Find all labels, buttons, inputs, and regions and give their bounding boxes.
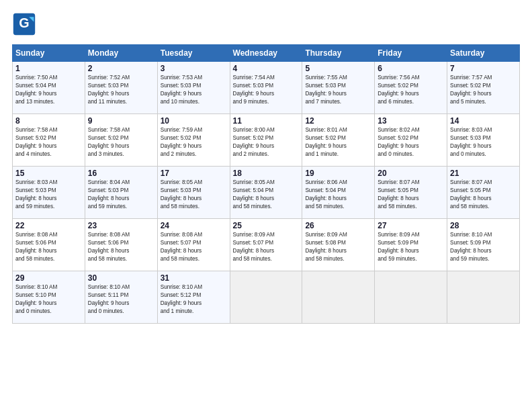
day-number: 21: [450, 169, 517, 178]
column-header-wednesday: Wednesday: [230, 45, 302, 62]
logo: G: [12, 12, 39, 36]
day-info: Sunrise: 8:08 AMSunset: 5:07 PMDaylight:…: [161, 231, 227, 263]
calendar-cell: 17Sunrise: 8:05 AMSunset: 5:03 PMDayligh…: [157, 167, 230, 219]
calendar-cell: 25Sunrise: 8:09 AMSunset: 5:07 PMDayligh…: [230, 219, 302, 271]
calendar-cell: 28Sunrise: 8:10 AMSunset: 5:09 PMDayligh…: [447, 219, 520, 271]
calendar-cell: 2Sunrise: 7:52 AMSunset: 5:03 PMDaylight…: [85, 62, 157, 114]
day-number: 18: [233, 169, 300, 178]
day-info: Sunrise: 8:00 AMSunset: 5:02 PMDaylight:…: [233, 126, 300, 158]
day-number: 9: [88, 116, 154, 126]
day-number: 13: [378, 116, 444, 126]
day-number: 14: [450, 116, 517, 126]
header: G: [12, 12, 520, 36]
day-info: Sunrise: 8:08 AMSunset: 5:06 PMDaylight:…: [15, 231, 82, 263]
day-number: 5: [305, 64, 371, 73]
calendar-cell: [447, 271, 520, 324]
calendar-cell: 16Sunrise: 8:04 AMSunset: 5:03 PMDayligh…: [85, 167, 157, 219]
day-info: Sunrise: 7:59 AMSunset: 5:02 PMDaylight:…: [161, 126, 227, 158]
day-number: 11: [233, 116, 300, 126]
day-info: Sunrise: 7:52 AMSunset: 5:03 PMDaylight:…: [88, 74, 154, 106]
day-info: Sunrise: 7:50 AMSunset: 5:04 PMDaylight:…: [15, 74, 82, 106]
calendar-cell: [230, 271, 302, 324]
calendar-cell: 8Sunrise: 7:58 AMSunset: 5:02 PMDaylight…: [13, 114, 85, 167]
calendar-cell: 24Sunrise: 8:08 AMSunset: 5:07 PMDayligh…: [157, 219, 230, 271]
logo-icon: G: [12, 12, 36, 36]
day-number: 7: [450, 64, 517, 73]
calendar-cell: 23Sunrise: 8:08 AMSunset: 5:06 PMDayligh…: [85, 219, 157, 271]
day-number: 29: [15, 273, 82, 283]
day-number: 15: [15, 169, 82, 178]
day-info: Sunrise: 8:05 AMSunset: 5:03 PMDaylight:…: [161, 179, 227, 211]
day-info: Sunrise: 7:58 AMSunset: 5:02 PMDaylight:…: [88, 126, 154, 158]
day-number: 20: [378, 169, 444, 178]
calendar-cell: 13Sunrise: 8:02 AMSunset: 5:02 PMDayligh…: [375, 114, 447, 167]
day-number: 8: [15, 116, 82, 126]
header-row: SundayMondayTuesdayWednesdayThursdayFrid…: [13, 45, 520, 62]
day-number: 4: [233, 64, 300, 73]
day-number: 2: [88, 64, 154, 73]
calendar-cell: 6Sunrise: 7:56 AMSunset: 5:02 PMDaylight…: [375, 62, 447, 114]
column-header-friday: Friday: [375, 45, 447, 62]
calendar-cell: 21Sunrise: 8:07 AMSunset: 5:05 PMDayligh…: [447, 167, 520, 219]
day-number: 12: [305, 116, 371, 126]
calendar-table: SundayMondayTuesdayWednesdayThursdayFrid…: [12, 44, 520, 324]
column-header-monday: Monday: [85, 45, 157, 62]
column-header-thursday: Thursday: [302, 45, 375, 62]
column-header-tuesday: Tuesday: [157, 45, 230, 62]
day-info: Sunrise: 8:10 AMSunset: 5:11 PMDaylight:…: [88, 283, 154, 316]
calendar-cell: 4Sunrise: 7:54 AMSunset: 5:03 PMDaylight…: [230, 62, 302, 114]
day-number: 24: [161, 221, 227, 230]
day-info: Sunrise: 8:01 AMSunset: 5:02 PMDaylight:…: [305, 126, 371, 158]
calendar-cell: 9Sunrise: 7:58 AMSunset: 5:02 PMDaylight…: [85, 114, 157, 167]
day-number: 22: [15, 221, 82, 230]
calendar-cell: 18Sunrise: 8:05 AMSunset: 5:04 PMDayligh…: [230, 167, 302, 219]
column-header-saturday: Saturday: [447, 45, 520, 62]
calendar-cell: 15Sunrise: 8:03 AMSunset: 5:03 PMDayligh…: [13, 167, 85, 219]
day-number: 3: [161, 64, 227, 73]
calendar-week-5: 29Sunrise: 8:10 AMSunset: 5:10 PMDayligh…: [13, 271, 520, 324]
day-number: 17: [161, 169, 227, 178]
day-number: 23: [88, 221, 154, 230]
calendar-cell: 19Sunrise: 8:06 AMSunset: 5:04 PMDayligh…: [302, 167, 375, 219]
day-info: Sunrise: 8:09 AMSunset: 5:09 PMDaylight:…: [378, 231, 444, 263]
day-info: Sunrise: 7:55 AMSunset: 5:03 PMDaylight:…: [305, 74, 371, 106]
day-number: 6: [378, 64, 444, 73]
column-header-sunday: Sunday: [13, 45, 85, 62]
day-number: 30: [88, 273, 154, 283]
calendar-cell: 30Sunrise: 8:10 AMSunset: 5:11 PMDayligh…: [85, 271, 157, 324]
day-info: Sunrise: 8:10 AMSunset: 5:09 PMDaylight:…: [450, 231, 517, 263]
calendar-week-1: 1Sunrise: 7:50 AMSunset: 5:04 PMDaylight…: [13, 62, 520, 114]
day-info: Sunrise: 8:02 AMSunset: 5:02 PMDaylight:…: [378, 126, 444, 158]
day-number: 10: [161, 116, 227, 126]
calendar-cell: 5Sunrise: 7:55 AMSunset: 5:03 PMDaylight…: [302, 62, 375, 114]
day-number: 19: [305, 169, 371, 178]
calendar-cell: 14Sunrise: 8:03 AMSunset: 5:03 PMDayligh…: [447, 114, 520, 167]
calendar-cell: 22Sunrise: 8:08 AMSunset: 5:06 PMDayligh…: [13, 219, 85, 271]
day-info: Sunrise: 8:03 AMSunset: 5:03 PMDaylight:…: [15, 179, 82, 211]
day-number: 27: [378, 221, 444, 230]
day-info: Sunrise: 8:07 AMSunset: 5:05 PMDaylight:…: [378, 179, 444, 211]
calendar-cell: 11Sunrise: 8:00 AMSunset: 5:02 PMDayligh…: [230, 114, 302, 167]
day-info: Sunrise: 7:56 AMSunset: 5:02 PMDaylight:…: [378, 74, 444, 106]
day-info: Sunrise: 7:57 AMSunset: 5:02 PMDaylight:…: [450, 74, 517, 106]
calendar-cell: 7Sunrise: 7:57 AMSunset: 5:02 PMDaylight…: [447, 62, 520, 114]
day-info: Sunrise: 8:05 AMSunset: 5:04 PMDaylight:…: [233, 179, 300, 211]
day-info: Sunrise: 8:08 AMSunset: 5:06 PMDaylight:…: [88, 231, 154, 263]
day-number: 31: [161, 273, 227, 283]
day-number: 16: [88, 169, 154, 178]
day-info: Sunrise: 8:09 AMSunset: 5:08 PMDaylight:…: [305, 231, 371, 263]
day-info: Sunrise: 7:54 AMSunset: 5:03 PMDaylight:…: [233, 74, 300, 106]
calendar-week-2: 8Sunrise: 7:58 AMSunset: 5:02 PMDaylight…: [13, 114, 520, 167]
day-info: Sunrise: 8:10 AMSunset: 5:10 PMDaylight:…: [15, 283, 82, 316]
day-number: 26: [305, 221, 371, 230]
day-info: Sunrise: 8:06 AMSunset: 5:04 PMDaylight:…: [305, 179, 371, 211]
calendar-cell: 10Sunrise: 7:59 AMSunset: 5:02 PMDayligh…: [157, 114, 230, 167]
day-info: Sunrise: 8:03 AMSunset: 5:03 PMDaylight:…: [450, 126, 517, 158]
calendar-cell: 12Sunrise: 8:01 AMSunset: 5:02 PMDayligh…: [302, 114, 375, 167]
svg-text:G: G: [19, 15, 29, 30]
day-info: Sunrise: 8:10 AMSunset: 5:12 PMDaylight:…: [161, 283, 227, 316]
calendar-cell: 3Sunrise: 7:53 AMSunset: 5:03 PMDaylight…: [157, 62, 230, 114]
calendar-cell: 29Sunrise: 8:10 AMSunset: 5:10 PMDayligh…: [13, 271, 85, 324]
day-number: 1: [15, 64, 82, 73]
calendar-cell: 1Sunrise: 7:50 AMSunset: 5:04 PMDaylight…: [13, 62, 85, 114]
